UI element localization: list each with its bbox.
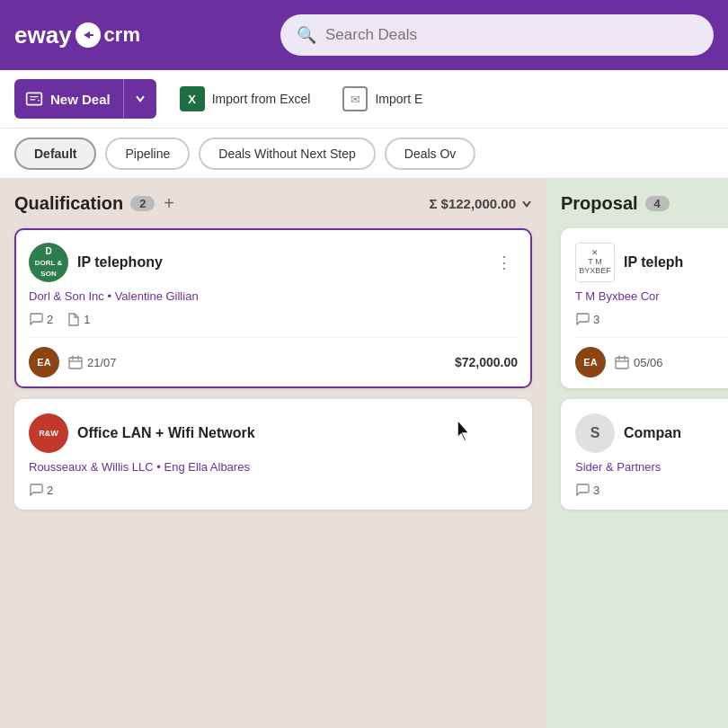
comment-icon-2 [29, 483, 43, 497]
qualification-sum[interactable]: Σ $122,000.00 [429, 196, 532, 211]
logo-area: eway crm [14, 22, 266, 49]
proposal-avatar-2: S [575, 413, 615, 453]
proposal-logo-1: ✕T M BYXBEF [575, 243, 615, 282]
proposal-deal-card-1[interactable]: ✕T M BYXBEF IP teleph T M Byxbee Cor 3 E… [561, 228, 728, 388]
kanban-area: Qualification 2 + Σ $122,000.00 DDORL & … [0, 179, 728, 728]
deal-comments-2: 2 [29, 483, 53, 497]
arrow-svg [81, 28, 95, 42]
tab-deals-without-next-step[interactable]: Deals Without Next Step [199, 138, 376, 170]
deal-amount-1: $72,000.00 [455, 355, 518, 369]
header: eway crm 🔍 [0, 0, 728, 70]
qualification-count: 2 [130, 196, 155, 211]
logo-icon: eway crm [14, 22, 140, 49]
proposal-header: Proposal 4 [561, 193, 728, 214]
proposal-column: Proposal 4 ✕T M BYXBEF IP teleph T M Byx… [546, 179, 728, 728]
deal-files-1: 1 [66, 312, 90, 326]
proposal-footer-initials-1: EA [583, 357, 597, 368]
proposal-company-1[interactable]: T M Byxbee Cor [575, 289, 660, 303]
import-excel-label: Import from Excel [212, 92, 311, 106]
qualification-title: Qualification [14, 193, 123, 214]
deal-date-value-1: 21/07 [87, 356, 117, 369]
proposal-comments-count-1: 3 [593, 313, 599, 326]
svg-point-1 [38, 100, 40, 102]
proposal-comments-count-2: 3 [593, 484, 599, 497]
new-deal-label: New Deal [50, 92, 111, 107]
qualification-add-button[interactable]: + [164, 193, 174, 214]
proposal-company-person-2: Sider & Partners [575, 460, 728, 474]
proposal-count: 4 [645, 196, 670, 211]
deal-separator-1: • [107, 289, 114, 303]
proposal-footer-avatar-1: EA [575, 347, 606, 377]
proposal-calendar-icon-1 [615, 355, 629, 369]
proposal-meta-1: 3 [575, 312, 728, 326]
proposal-comment-icon-2 [575, 483, 590, 497]
logo-crm-text: crm [104, 23, 140, 47]
deal-avatar-2: R&W [29, 413, 68, 453]
qualification-column: Qualification 2 + Σ $122,000.00 DDORL & … [0, 179, 546, 728]
new-deal-button[interactable]: New Deal [14, 79, 156, 119]
qualification-header: Qualification 2 + Σ $122,000.00 [14, 193, 532, 214]
dropdown-arrow-icon [135, 93, 146, 104]
qualification-sum-label: Σ $122,000.00 [429, 196, 516, 211]
proposal-deal-title-2: Compan [624, 425, 728, 441]
deal-comments-count-2: 2 [47, 484, 53, 497]
new-deal-main[interactable]: New Deal [14, 79, 124, 119]
tab-pipeline[interactable]: Pipeline [105, 138, 190, 170]
deal-person-1[interactable]: Valentine Gillian [115, 289, 199, 303]
deal-company-1[interactable]: Dorl & Son Inc [29, 289, 104, 303]
deal-title-1: IP telephony [77, 254, 482, 271]
search-input[interactable] [325, 26, 697, 44]
import-email-icon: ✉ [342, 86, 368, 111]
deal-title-2: Office LAN + Wifi Network [77, 425, 518, 441]
proposal-comment-icon-1 [575, 312, 590, 326]
proposal-date-1: 05/06 [615, 355, 663, 369]
deal-footer-1: EA 21/07 $72,000.00 [29, 337, 518, 386]
deal-company-2[interactable]: Rousseaux & Willis LLC [29, 460, 154, 474]
deal-separator-2: • [156, 460, 164, 474]
deal-card-header-2: R&W Office LAN + Wifi Network [29, 413, 518, 453]
search-icon: 🔍 [297, 25, 316, 45]
proposal-footer-1: EA 05/06 [575, 337, 728, 386]
logo-arrow-icon [75, 22, 101, 48]
deal-card-office-lan[interactable]: R&W Office LAN + Wifi Network Rousseaux … [14, 399, 532, 510]
avatar-label-1: DDORL & SON [29, 246, 68, 279]
new-deal-dropdown-arrow[interactable] [124, 79, 156, 119]
deal-company-person-2: Rousseaux & Willis LLC • Eng Ella Albare… [29, 460, 518, 474]
proposal-comments-2: 3 [575, 483, 599, 497]
deal-comments-count-1: 2 [47, 313, 53, 326]
import-email-button[interactable]: ✉ Import E [333, 81, 431, 117]
search-bar[interactable]: 🔍 [280, 14, 714, 56]
proposal-deal-title-1: IP teleph [624, 254, 728, 271]
import-excel-button[interactable]: X Import from Excel [171, 81, 320, 117]
proposal-meta-2: 3 [575, 483, 728, 497]
deal-meta-1: 2 1 [29, 312, 518, 326]
deal-menu-1[interactable]: ⋮ [491, 251, 518, 274]
deal-meta-2: 2 [29, 483, 518, 497]
proposal-comments-1: 3 [575, 312, 599, 326]
deal-avatar-1: DDORL & SON [29, 243, 68, 282]
file-icon-1 [66, 312, 80, 326]
excel-icon: X [180, 86, 205, 111]
deal-comments-1: 2 [29, 312, 53, 326]
toolbar: New Deal X Import from Excel ✉ Import E [0, 70, 728, 129]
calendar-icon-1 [68, 355, 83, 369]
comment-icon-1 [29, 312, 43, 326]
tabs-bar: Default Pipeline Deals Without Next Step… [0, 129, 728, 179]
proposal-deal-header-2: S Compan [575, 413, 728, 453]
deal-card-ip-telephony[interactable]: DDORL & SON IP telephony ⋮ Dorl & Son In… [14, 228, 532, 388]
deal-footer-avatar-1: EA [29, 347, 59, 377]
proposal-deal-header-1: ✕T M BYXBEF IP teleph [575, 243, 728, 282]
tab-default[interactable]: Default [14, 138, 96, 170]
svg-rect-3 [616, 358, 628, 368]
sum-dropdown-icon [521, 199, 532, 209]
svg-rect-0 [27, 93, 42, 104]
proposal-deal-card-2[interactable]: S Compan Sider & Partners 3 [561, 399, 728, 510]
deal-person-2[interactable]: Eng Ella Albares [164, 460, 250, 474]
new-deal-icon [25, 90, 43, 108]
proposal-company-2[interactable]: Sider & Partners [575, 460, 661, 474]
logo-eway-text: eway [14, 22, 72, 49]
tab-deals-ov[interactable]: Deals Ov [385, 138, 476, 170]
deal-company-person-1: Dorl & Son Inc • Valentine Gillian [29, 289, 518, 303]
avatar-label-2: R&W [39, 429, 58, 439]
footer-avatar-initials-1: EA [37, 357, 50, 368]
